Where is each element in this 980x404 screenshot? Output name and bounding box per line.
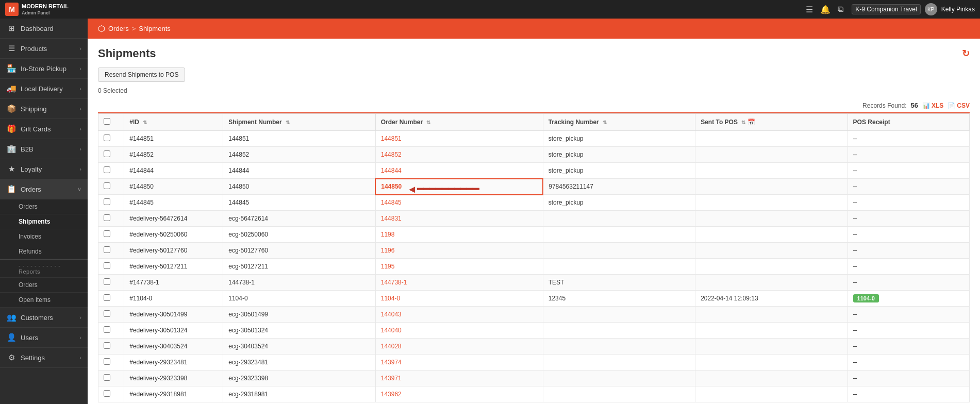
calendar-icon[interactable]: 📅 — [748, 119, 755, 126]
row-ordernum[interactable]: 143971 — [375, 371, 543, 386]
resend-button[interactable]: Resend Shipments to POS — [98, 68, 185, 82]
order-link[interactable]: 143971 — [381, 375, 402, 382]
row-checkbox-cell[interactable] — [98, 339, 124, 355]
row-checkbox[interactable] — [104, 214, 110, 221]
hamburger-icon[interactable]: ☰ — [806, 5, 813, 14]
row-checkbox[interactable] — [104, 182, 110, 189]
row-checkbox[interactable] — [104, 230, 110, 237]
row-checkbox-cell[interactable] — [98, 227, 124, 243]
bell-icon[interactable]: 🔔 — [820, 5, 830, 14]
sidebar-item-localdelivery[interactable]: 🚚 Local Delivery › — [0, 79, 88, 99]
col-header-check[interactable] — [98, 114, 124, 131]
row-ordernum[interactable]: 144844 — [375, 163, 543, 179]
order-link[interactable]: 143962 — [381, 391, 402, 398]
row-ordernum[interactable]: 144850◄━━━━━━━━━━ — [375, 179, 543, 195]
row-checkbox-cell[interactable] — [98, 195, 124, 211]
order-link[interactable]: 144043 — [381, 311, 402, 318]
row-checkbox-cell[interactable] — [98, 163, 124, 179]
row-checkbox[interactable] — [104, 294, 110, 301]
row-ordernum[interactable]: 144738-1 — [375, 275, 543, 291]
col-header-sentpos[interactable]: Sent To POS ⇅ 📅 — [695, 114, 848, 131]
sidebar-submenu-reports-openitems[interactable]: Open Items — [0, 293, 88, 308]
select-all-checkbox[interactable] — [104, 118, 110, 125]
order-link[interactable]: 144851 — [381, 135, 402, 142]
row-ordernum[interactable]: 144852 — [375, 147, 543, 163]
order-link[interactable]: 143974 — [381, 359, 402, 366]
row-checkbox[interactable] — [104, 310, 110, 317]
order-link[interactable]: 144831 — [381, 215, 402, 222]
col-header-ordernum[interactable]: Order Number ⇅ — [375, 114, 543, 131]
row-checkbox-cell[interactable] — [98, 147, 124, 163]
row-checkbox-cell[interactable] — [98, 259, 124, 275]
sidebar-item-orders[interactable]: 📋 Orders ∨ — [0, 179, 88, 199]
row-checkbox-cell[interactable] — [98, 275, 124, 291]
row-checkbox[interactable] — [104, 198, 110, 205]
order-link[interactable]: 1195 — [381, 263, 395, 270]
row-checkbox-cell[interactable] — [98, 371, 124, 386]
row-checkbox[interactable] — [104, 326, 110, 333]
row-checkbox[interactable] — [104, 246, 110, 253]
row-checkbox-cell[interactable] — [98, 307, 124, 323]
sidebar-item-customers[interactable]: 👥 Customers › — [0, 308, 88, 328]
row-checkbox-cell[interactable] — [98, 386, 124, 402]
row-checkbox[interactable] — [104, 358, 110, 365]
sidebar-submenu-reports-orders[interactable]: Orders — [0, 278, 88, 293]
col-header-shipnum[interactable]: Shipment Number ⇅ — [223, 114, 375, 131]
row-checkbox[interactable] — [104, 278, 110, 285]
sidebar-item-settings[interactable]: ⚙ Settings › — [0, 348, 88, 368]
row-checkbox-cell[interactable] — [98, 211, 124, 227]
order-link[interactable]: 144028 — [381, 343, 402, 350]
row-checkbox-cell[interactable] — [98, 291, 124, 307]
row-checkbox-cell[interactable] — [98, 131, 124, 147]
row-ordernum[interactable]: 143962 — [375, 386, 543, 402]
row-checkbox[interactable] — [104, 342, 110, 349]
row-ordernum[interactable]: 144851 — [375, 131, 543, 147]
sidebar-submenu-shipments[interactable]: Shipments — [0, 214, 88, 229]
row-ordernum[interactable]: 144040 — [375, 323, 543, 339]
order-link[interactable]: 1104-0 — [381, 295, 400, 302]
row-ordernum[interactable]: 143974 — [375, 355, 543, 371]
sidebar-item-b2b[interactable]: 🏢 B2B › — [0, 139, 88, 159]
row-ordernum[interactable]: 1196 — [375, 243, 543, 259]
order-link[interactable]: 144850 — [381, 183, 402, 190]
row-checkbox-cell[interactable] — [98, 179, 124, 195]
row-ordernum[interactable]: 1198 — [375, 227, 543, 243]
breadcrumb-parent[interactable]: Orders — [108, 25, 129, 32]
order-link[interactable]: 1196 — [381, 247, 395, 254]
row-checkbox[interactable] — [104, 390, 110, 397]
copy-icon[interactable]: ⧉ — [838, 5, 843, 14]
order-link[interactable]: 144844 — [381, 167, 402, 174]
order-link[interactable]: 144738-1 — [381, 279, 407, 286]
row-ordernum[interactable]: 144845 — [375, 195, 543, 211]
col-header-tracking[interactable]: Tracking Number ⇅ — [543, 114, 695, 131]
sidebar-item-users[interactable]: 👤 Users › — [0, 328, 88, 348]
row-checkbox[interactable] — [104, 166, 110, 173]
row-ordernum[interactable]: 144831 — [375, 211, 543, 227]
sidebar-submenu-invoices[interactable]: Invoices — [0, 229, 88, 244]
row-checkbox[interactable] — [104, 374, 110, 381]
sidebar-submenu-refunds[interactable]: Refunds — [0, 244, 88, 259]
sidebar-item-giftcards[interactable]: 🎁 Gift Cards › — [0, 119, 88, 139]
row-checkbox[interactable] — [104, 150, 110, 157]
store-selector[interactable]: K-9 Companion Travel — [852, 4, 920, 14]
export-xls-button[interactable]: 📊 XLS — [922, 102, 943, 109]
sidebar-item-products[interactable]: ☰ Products › — [0, 39, 88, 59]
sidebar-submenu-orders[interactable]: Orders — [0, 199, 88, 214]
order-link[interactable]: 144852 — [381, 151, 402, 158]
row-checkbox-cell[interactable] — [98, 243, 124, 259]
row-checkbox[interactable] — [104, 134, 110, 141]
row-checkbox-cell[interactable] — [98, 355, 124, 371]
row-ordernum[interactable]: 1195 — [375, 259, 543, 275]
export-csv-button[interactable]: 📄 CSV — [948, 102, 970, 109]
order-link[interactable]: 144845 — [381, 199, 402, 206]
sidebar-item-loyalty[interactable]: ★ Loyalty › — [0, 159, 88, 179]
row-ordernum[interactable]: 144043 — [375, 307, 543, 323]
sidebar-item-shipping[interactable]: 📦 Shipping › — [0, 99, 88, 119]
col-header-id[interactable]: #ID ⇅ — [124, 114, 223, 131]
row-ordernum[interactable]: 144028 — [375, 339, 543, 355]
order-link[interactable]: 1198 — [381, 231, 395, 238]
order-link[interactable]: 144040 — [381, 327, 402, 334]
sidebar-item-instore[interactable]: 🏪 In-Store Pickup › — [0, 59, 88, 79]
refresh-icon[interactable]: ↻ — [962, 48, 970, 59]
sidebar-item-dashboard[interactable]: ⊞ Dashboard — [0, 19, 88, 39]
